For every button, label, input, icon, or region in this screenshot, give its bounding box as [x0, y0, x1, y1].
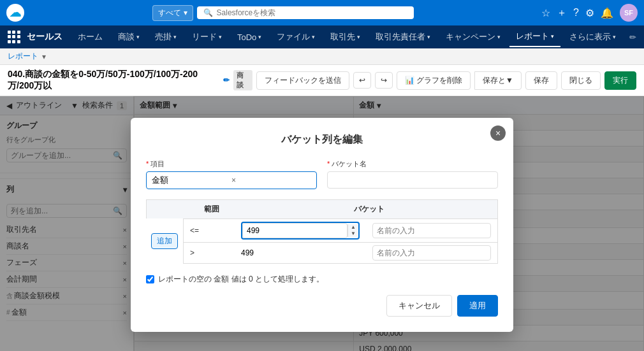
search-scope-dropdown[interactable]: すべて ▾ — [152, 5, 193, 21]
value-cell: ▲ ▼ — [235, 219, 366, 242]
app-navigation: セールス ホーム 商談 ▾ 売掛 ▾ リード ▾ ToDo ▾ ファイル ▾ 取… — [0, 25, 644, 48]
feedback-button[interactable]: フィードバックを送信 — [256, 71, 349, 90]
cancel-button[interactable]: キャンセル — [386, 295, 452, 317]
save-and-button[interactable]: 保存と▼ — [474, 71, 522, 90]
apply-button[interactable]: 適用 — [457, 295, 498, 317]
chevron-down-icon: ▾ — [427, 34, 430, 40]
bucket-name-input-2[interactable] — [372, 245, 491, 261]
favorites-icon[interactable]: ☆ — [541, 7, 550, 19]
modal-form-row: * 項目 金額 × * バケット名 — [146, 159, 498, 189]
op-cell: <= — [184, 224, 235, 238]
save-group: 保存と▼ — [474, 71, 522, 90]
chevron-down-icon: ▾ — [258, 34, 261, 40]
nav-item-files[interactable]: ファイル ▾ — [270, 27, 321, 47]
settings-icon[interactable]: ⚙ — [585, 7, 594, 19]
spin-up-button[interactable]: ▲ — [348, 224, 358, 231]
bucket-name-cell — [366, 220, 497, 241]
help-icon[interactable]: ? — [573, 7, 579, 18]
nav-item-receivables[interactable]: 売掛 ▾ — [149, 27, 183, 47]
nav-item-more[interactable]: さらに表示 ▾ — [563, 27, 622, 47]
bucket-row-1: <= ▲ ▼ — [183, 218, 498, 242]
salesforce-logo: ☁ — [6, 4, 24, 22]
nav-item-contacts[interactable]: 取引先責任者 ▾ — [369, 27, 437, 47]
nav-item-todo[interactable]: ToDo ▾ — [231, 29, 268, 46]
bucket-label: バケット — [348, 200, 497, 218]
number-input-wrapper[interactable]: ▲ ▼ — [241, 222, 360, 240]
bell-icon[interactable]: 🔔 — [601, 7, 613, 19]
bucket-table-header: 範囲 バケット — [146, 199, 498, 218]
report-badge: 商談 — [233, 70, 252, 90]
report-toolbar: 040.商談の金額を0-50万/50万-100万/100万-200万/200万以… — [0, 65, 644, 96]
field-item-label: * 項目 — [146, 159, 317, 169]
range-value-input-1[interactable] — [242, 223, 348, 238]
field-bucket-name: * バケット名 — [327, 159, 498, 189]
app-grid-icon[interactable] — [8, 31, 20, 43]
top-navigation: ☁ すべて ▾ 🔍 ☆ ＋ ? ⚙ 🔔 SF — [0, 0, 644, 25]
bucket-name-input[interactable] — [327, 171, 498, 189]
chevron-down-icon: ▾ — [551, 33, 554, 39]
save-button[interactable]: 保存 — [525, 71, 557, 90]
nav-item-home[interactable]: ホーム — [71, 27, 109, 47]
op-cell-2: > — [184, 246, 235, 260]
close-button[interactable]: 閉じる — [561, 71, 601, 90]
value-cell-2: 499 — [235, 246, 366, 260]
modal-footer: キャンセル 適用 — [146, 295, 498, 317]
app-name: セールス — [27, 31, 62, 43]
field-item-value: 金額 × — [146, 171, 317, 189]
bucket-row-with-add: 追加 <= ▲ ▼ — [146, 218, 498, 264]
add-row-button[interactable]: 追加 — [151, 233, 178, 249]
nav-item-leads[interactable]: リード ▾ — [186, 27, 228, 47]
field-bucket-name-label: * バケット名 — [327, 159, 498, 169]
report-title-area: 040.商談の金額を0-50万/50万-100万/100万-200万/200万以… — [8, 69, 252, 92]
chevron-down-icon: ▾ — [136, 34, 140, 40]
bucket-row-2: > 499 — [183, 242, 498, 264]
number-spinners: ▲ ▼ — [348, 224, 358, 237]
zero-checkbox[interactable] — [146, 275, 154, 283]
search-icon: 🔍 — [203, 8, 213, 17]
nav-icons: ☆ ＋ ? ⚙ 🔔 SF — [541, 4, 638, 22]
search-wrapper: すべて ▾ 🔍 — [29, 5, 536, 21]
global-search-input[interactable] — [217, 8, 407, 17]
chevron-down-icon: ▾ — [173, 34, 177, 40]
chart-remove-button[interactable]: 📊 グラフを削除 — [397, 71, 471, 90]
chevron-down-icon: ▾ — [357, 34, 360, 40]
avatar[interactable]: SF — [620, 4, 638, 22]
chevron-down-icon: ▾ — [312, 34, 315, 40]
chevron-down-icon: ▾ — [613, 34, 616, 40]
zero-checkbox-label[interactable]: レポートの空の 金額 値は 0 として処理します。 — [158, 274, 324, 285]
field-item: * 項目 金額 × — [146, 159, 317, 189]
redo-button[interactable]: ↪ — [375, 72, 393, 89]
bucket-table-wrapper: 範囲 バケット 追加 <= — [146, 199, 498, 264]
nav-item-opportunities[interactable]: 商談 ▾ — [112, 27, 146, 47]
range-label: 範囲 — [198, 200, 348, 218]
bucket-name-input-1[interactable] — [372, 223, 491, 238]
clear-field-button[interactable]: × — [231, 176, 311, 185]
modal-title: バケット列を編集 — [146, 133, 498, 147]
run-button[interactable]: 実行 — [604, 71, 636, 90]
bucket-name-cell-2 — [366, 243, 497, 263]
spin-down-button[interactable]: ▼ — [348, 231, 358, 237]
main-area: ◀ アウトライン ▼ 検索条件 1 グループ 行をグループ化 🔍 列 ▾ 🔍 — [0, 96, 644, 351]
modal-overlay: × バケット列を編集 * 項目 金額 × * バケ — [0, 96, 644, 351]
report-title-text: 040.商談の金額を0-50万/50万-100万/100万-200万/200万以 — [8, 69, 219, 92]
title-edit-icon[interactable]: ✏ — [223, 76, 230, 85]
nav-item-accounts[interactable]: 取引先 ▾ — [324, 27, 367, 47]
chevron-down-icon: ▾ — [219, 34, 222, 40]
nav-item-campaigns[interactable]: キャンペーン ▾ — [439, 27, 507, 47]
breadcrumb: レポート ▾ — [0, 48, 644, 65]
breadcrumb-separator: ▾ — [42, 52, 46, 61]
breadcrumb-parent[interactable]: レポート — [8, 51, 38, 62]
add-icon[interactable]: ＋ — [557, 6, 567, 20]
toolbar-buttons: フィードバックを送信 ↩ ↪ 📊 グラフを削除 保存と▼ 保存 閉じる 実行 — [256, 71, 636, 90]
checkbox-row: レポートの空の 金額 値は 0 として処理します。 — [146, 274, 498, 285]
bucket-edit-modal: × バケット列を編集 * 項目 金額 × * バケ — [131, 118, 513, 332]
global-search-bar[interactable]: 🔍 — [197, 6, 414, 19]
nav-edit-icon[interactable]: ✏ — [629, 32, 636, 42]
modal-close-button[interactable]: × — [490, 125, 506, 141]
chevron-down-icon: ▾ — [497, 34, 501, 40]
undo-button[interactable]: ↩ — [353, 72, 371, 89]
nav-item-reports[interactable]: レポート ▾ — [509, 27, 560, 47]
chevron-down-icon: ▾ — [184, 8, 187, 17]
range-header — [147, 200, 198, 218]
